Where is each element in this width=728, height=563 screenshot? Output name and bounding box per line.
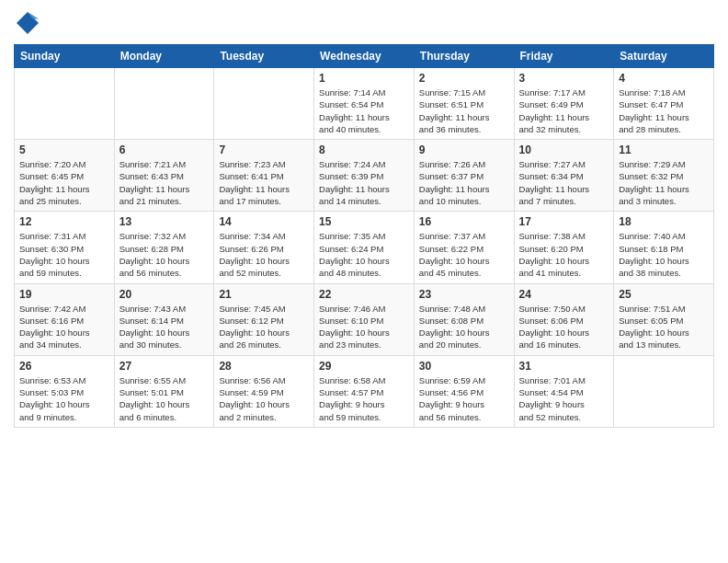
calendar-day-10: 10Sunrise: 7:27 AM Sunset: 6:34 PM Dayli… [514, 140, 614, 212]
day-number: 6 [119, 144, 210, 156]
day-info: Sunrise: 6:56 AM Sunset: 4:59 PM Dayligh… [219, 374, 309, 423]
calendar-day-28: 28Sunrise: 6:56 AM Sunset: 4:59 PM Dayli… [214, 355, 314, 427]
day-info: Sunrise: 7:23 AM Sunset: 6:41 PM Dayligh… [219, 158, 309, 207]
weekday-header-monday: Monday [114, 45, 214, 68]
weekday-header-tuesday: Tuesday [214, 45, 314, 68]
calendar-day-1: 1Sunrise: 7:14 AM Sunset: 6:54 PM Daylig… [314, 68, 415, 140]
calendar-day-5: 5Sunrise: 7:20 AM Sunset: 6:45 PM Daylig… [15, 140, 115, 212]
calendar-day-6: 6Sunrise: 7:21 AM Sunset: 6:43 PM Daylig… [114, 140, 214, 212]
day-number: 17 [519, 215, 609, 228]
weekday-header-thursday: Thursday [414, 45, 514, 68]
weekday-header-sunday: Sunday [15, 45, 115, 68]
day-number: 1 [319, 72, 409, 85]
day-info: Sunrise: 7:51 AM Sunset: 6:05 PM Dayligh… [619, 303, 709, 351]
day-info: Sunrise: 7:24 AM Sunset: 6:39 PM Dayligh… [319, 158, 409, 207]
day-info: Sunrise: 7:14 AM Sunset: 6:54 PM Dayligh… [319, 86, 409, 135]
day-number: 18 [619, 215, 709, 228]
day-info: Sunrise: 7:43 AM Sunset: 6:14 PM Dayligh… [119, 303, 210, 351]
calendar-day-18: 18Sunrise: 7:40 AM Sunset: 6:18 PM Dayli… [614, 212, 714, 283]
day-info: Sunrise: 7:21 AM Sunset: 6:43 PM Dayligh… [119, 158, 210, 207]
day-info: Sunrise: 7:37 AM Sunset: 6:22 PM Dayligh… [419, 230, 509, 279]
empty-cell [114, 68, 214, 140]
calendar-day-27: 27Sunrise: 6:55 AM Sunset: 5:01 PM Dayli… [114, 355, 214, 427]
calendar-day-31: 31Sunrise: 7:01 AM Sunset: 4:54 PM Dayli… [514, 355, 614, 427]
day-number: 21 [219, 288, 309, 301]
calendar-day-30: 30Sunrise: 6:59 AM Sunset: 4:56 PM Dayli… [414, 355, 514, 427]
calendar-day-7: 7Sunrise: 7:23 AM Sunset: 6:41 PM Daylig… [214, 140, 314, 212]
day-info: Sunrise: 7:46 AM Sunset: 6:10 PM Dayligh… [319, 303, 409, 351]
day-info: Sunrise: 6:58 AM Sunset: 4:57 PM Dayligh… [319, 374, 409, 423]
calendar-day-13: 13Sunrise: 7:32 AM Sunset: 6:28 PM Dayli… [114, 212, 214, 283]
day-number: 28 [219, 360, 309, 373]
day-number: 12 [19, 215, 109, 228]
calendar-day-15: 15Sunrise: 7:35 AM Sunset: 6:24 PM Dayli… [314, 212, 415, 283]
day-number: 26 [19, 360, 109, 373]
day-number: 16 [419, 215, 509, 228]
calendar-week-1: 1Sunrise: 7:14 AM Sunset: 6:54 PM Daylig… [15, 68, 714, 140]
day-info: Sunrise: 6:55 AM Sunset: 5:01 PM Dayligh… [119, 374, 210, 423]
weekday-header-row: SundayMondayTuesdayWednesdayThursdayFrid… [15, 45, 714, 68]
svg-marker-0 [17, 12, 39, 34]
day-info: Sunrise: 7:01 AM Sunset: 4:54 PM Dayligh… [519, 374, 609, 423]
logo [14, 9, 44, 37]
day-info: Sunrise: 7:20 AM Sunset: 6:45 PM Dayligh… [19, 158, 109, 207]
day-number: 13 [119, 215, 210, 228]
calendar-table: SundayMondayTuesdayWednesdayThursdayFrid… [14, 44, 714, 428]
calendar-day-22: 22Sunrise: 7:46 AM Sunset: 6:10 PM Dayli… [314, 283, 415, 355]
day-number: 19 [19, 288, 109, 301]
day-number: 14 [219, 215, 309, 228]
calendar-day-25: 25Sunrise: 7:51 AM Sunset: 6:05 PM Dayli… [614, 283, 714, 355]
calendar-day-29: 29Sunrise: 6:58 AM Sunset: 4:57 PM Dayli… [314, 355, 415, 427]
day-number: 7 [219, 144, 309, 156]
calendar-day-4: 4Sunrise: 7:18 AM Sunset: 6:47 PM Daylig… [614, 68, 714, 140]
day-number: 25 [619, 288, 709, 301]
calendar-day-16: 16Sunrise: 7:37 AM Sunset: 6:22 PM Dayli… [414, 212, 514, 283]
calendar-day-24: 24Sunrise: 7:50 AM Sunset: 6:06 PM Dayli… [514, 283, 614, 355]
day-number: 2 [419, 72, 509, 85]
weekday-header-wednesday: Wednesday [314, 45, 415, 68]
calendar-day-3: 3Sunrise: 7:17 AM Sunset: 6:49 PM Daylig… [514, 68, 614, 140]
day-number: 11 [619, 144, 709, 156]
day-number: 15 [319, 215, 409, 228]
day-info: Sunrise: 7:32 AM Sunset: 6:28 PM Dayligh… [119, 230, 210, 279]
empty-cell [214, 68, 314, 140]
day-number: 23 [419, 288, 509, 301]
day-info: Sunrise: 7:17 AM Sunset: 6:49 PM Dayligh… [519, 86, 609, 135]
day-number: 27 [119, 360, 210, 373]
calendar-day-23: 23Sunrise: 7:48 AM Sunset: 6:08 PM Dayli… [414, 283, 514, 355]
day-info: Sunrise: 7:35 AM Sunset: 6:24 PM Dayligh… [319, 230, 409, 279]
day-number: 3 [519, 72, 609, 85]
day-info: Sunrise: 7:42 AM Sunset: 6:16 PM Dayligh… [19, 303, 109, 351]
calendar-day-14: 14Sunrise: 7:34 AM Sunset: 6:26 PM Dayli… [214, 212, 314, 283]
day-number: 9 [419, 144, 509, 156]
calendar-day-8: 8Sunrise: 7:24 AM Sunset: 6:39 PM Daylig… [314, 140, 415, 212]
day-number: 10 [519, 144, 609, 156]
calendar-day-9: 9Sunrise: 7:26 AM Sunset: 6:37 PM Daylig… [414, 140, 514, 212]
calendar-day-12: 12Sunrise: 7:31 AM Sunset: 6:30 PM Dayli… [15, 212, 115, 283]
day-info: Sunrise: 7:27 AM Sunset: 6:34 PM Dayligh… [519, 158, 609, 207]
day-number: 20 [119, 288, 210, 301]
calendar-day-11: 11Sunrise: 7:29 AM Sunset: 6:32 PM Dayli… [614, 140, 714, 212]
day-number: 8 [319, 144, 409, 156]
day-number: 31 [519, 360, 609, 373]
page: SundayMondayTuesdayWednesdayThursdayFrid… [0, 0, 728, 563]
calendar-week-5: 26Sunrise: 6:53 AM Sunset: 5:03 PM Dayli… [15, 355, 714, 427]
calendar-day-2: 2Sunrise: 7:15 AM Sunset: 6:51 PM Daylig… [414, 68, 514, 140]
day-info: Sunrise: 7:34 AM Sunset: 6:26 PM Dayligh… [219, 230, 309, 279]
day-info: Sunrise: 7:38 AM Sunset: 6:20 PM Dayligh… [519, 230, 609, 279]
day-number: 24 [519, 288, 609, 301]
day-number: 30 [419, 360, 509, 373]
weekday-header-friday: Friday [514, 45, 614, 68]
day-info: Sunrise: 7:31 AM Sunset: 6:30 PM Dayligh… [19, 230, 109, 279]
calendar-day-19: 19Sunrise: 7:42 AM Sunset: 6:16 PM Dayli… [15, 283, 115, 355]
calendar-day-20: 20Sunrise: 7:43 AM Sunset: 6:14 PM Dayli… [114, 283, 214, 355]
logo-icon [14, 9, 41, 37]
day-info: Sunrise: 6:53 AM Sunset: 5:03 PM Dayligh… [19, 374, 109, 423]
calendar-day-21: 21Sunrise: 7:45 AM Sunset: 6:12 PM Dayli… [214, 283, 314, 355]
calendar-week-3: 12Sunrise: 7:31 AM Sunset: 6:30 PM Dayli… [15, 212, 714, 283]
day-info: Sunrise: 7:26 AM Sunset: 6:37 PM Dayligh… [419, 158, 509, 207]
day-info: Sunrise: 7:48 AM Sunset: 6:08 PM Dayligh… [419, 303, 509, 351]
day-number: 4 [619, 72, 709, 85]
day-info: Sunrise: 6:59 AM Sunset: 4:56 PM Dayligh… [419, 374, 509, 423]
calendar-week-4: 19Sunrise: 7:42 AM Sunset: 6:16 PM Dayli… [15, 283, 714, 355]
